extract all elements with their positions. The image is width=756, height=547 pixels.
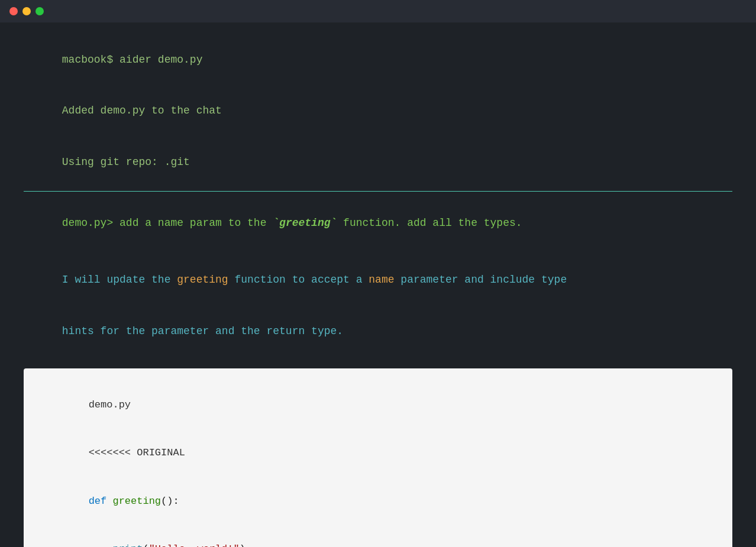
code-def1-line: def greeting(): xyxy=(40,477,716,525)
added-line: Added demo.py to the chat xyxy=(24,85,732,136)
terminal-content: macbook$ aider demo.py Added demo.py to … xyxy=(0,22,756,547)
response-line-2: hints for the parameter and the return t… xyxy=(24,306,732,357)
prompt-suffix: function. add all the types. xyxy=(337,217,522,229)
code-print1-str: "Hello, world!" xyxy=(149,543,240,547)
response-line-1: I will update the greeting function to a… xyxy=(24,255,732,306)
command-line: macbook$ aider demo.py xyxy=(24,34,732,85)
response-greeting-word: greeting xyxy=(177,274,228,286)
prompt-prefix: demo.py> add a name param to the xyxy=(62,217,273,229)
minimize-button[interactable] xyxy=(22,7,31,15)
code-filename: demo.py xyxy=(40,380,716,429)
response-text-3: parameter and include type xyxy=(395,274,567,286)
user-prompt-line: demo.py> add a name param to the `greeti… xyxy=(24,198,732,248)
terminal-window: macbook$ aider demo.py Added demo.py to … xyxy=(0,0,756,547)
title-bar xyxy=(0,0,756,22)
code-print1-indent xyxy=(89,543,113,547)
code-print1-func: print xyxy=(112,543,143,547)
code-def1-parens: (): xyxy=(161,496,179,507)
maximize-button[interactable] xyxy=(35,7,44,15)
close-button[interactable] xyxy=(9,7,18,15)
code-def1-name: greeting xyxy=(112,496,161,507)
greeting-backtick: `greeting` xyxy=(273,217,337,229)
divider-1 xyxy=(24,191,732,192)
code-print1-line: print("Hello, world!") xyxy=(40,525,716,547)
code-diff-block: demo.py <<<<<<< ORIGINAL def greeting():… xyxy=(24,368,732,547)
code-print1-open: ( xyxy=(143,543,148,547)
code-def1-keyword: def xyxy=(89,496,113,507)
code-original-marker: <<<<<<< ORIGINAL xyxy=(40,429,716,477)
using-line: Using git repo: .git xyxy=(24,137,732,187)
code-print1-close: ) xyxy=(240,543,245,547)
command-text: macbook$ aider demo.py xyxy=(62,54,203,66)
response-name-word: name xyxy=(369,274,394,286)
response-text-1: I will update the xyxy=(62,274,177,286)
response-text-2: function to accept a xyxy=(228,274,369,286)
